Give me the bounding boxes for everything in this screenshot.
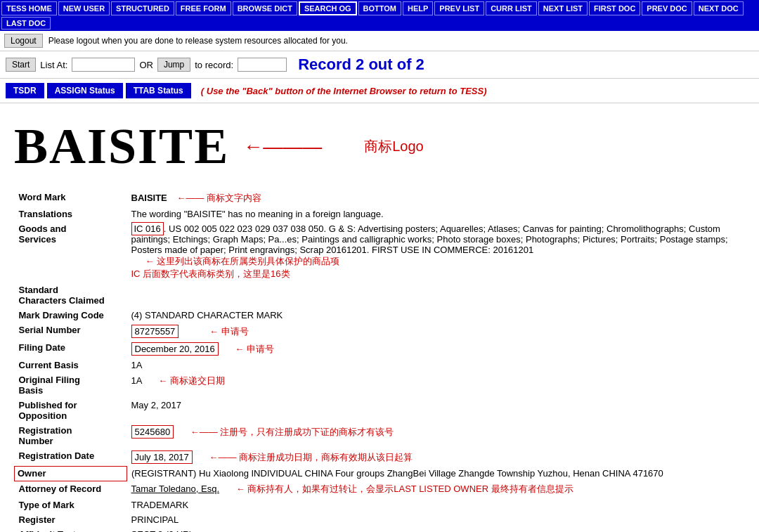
- table-row: Registration Date July 18, 2017 ←—— 商标注册…: [15, 448, 746, 466]
- last-doc-btn[interactable]: LAST DOC: [1, 17, 51, 30]
- field-label-register: Register: [15, 512, 127, 527]
- logout-button[interactable]: Logout: [4, 34, 43, 48]
- goods-annotation-2: IC 后面数字代表商标类别，这里是16类: [131, 268, 290, 279]
- field-value-goods-services: IC 016. US 002 005 022 023 029 037 038 0…: [127, 221, 746, 283]
- field-label-current-basis: Current Basis: [15, 358, 127, 372]
- ic-box: IC 016: [131, 222, 164, 235]
- table-row: Register PRINCIPAL: [15, 512, 746, 527]
- field-value-published: May 2, 2017: [127, 398, 746, 423]
- table-row: RegistrationNumber 5245680 ←—— 注册号，只有注册成…: [15, 423, 746, 448]
- table-row: Type of Mark TRADEMARK: [15, 498, 746, 512]
- logo-annotation: 商标Logo: [364, 137, 424, 156]
- field-label-standard-chars: StandardCharacters Claimed: [15, 283, 746, 308]
- field-value-type-mark: TRADEMARK: [127, 498, 746, 512]
- field-value-current-basis: 1A: [127, 358, 746, 372]
- attorney-annotation: ← 商标持有人，如果有过转让，会显示LAST LISTED OWNER 最终持有…: [236, 484, 573, 494]
- browse-dict-btn[interactable]: BROWSE DICT: [233, 1, 297, 15]
- tess-home-btn[interactable]: TESS Home: [1, 1, 57, 15]
- right-arrow-icon: ←———: [243, 136, 322, 158]
- word-mark-annotation: 商标文字内容: [207, 193, 261, 203]
- prev-doc-btn[interactable]: PREV DOC: [642, 1, 692, 15]
- search-og-btn[interactable]: SEARCH OG: [299, 1, 357, 15]
- field-label-drawing-code: Mark Drawing Code: [15, 308, 127, 323]
- field-label-goods-services: Goods andServices: [15, 221, 127, 283]
- field-value-translations: The wording "BAISITE" has no meaning in …: [127, 207, 746, 221]
- field-label-reg-date: Registration Date: [15, 448, 127, 466]
- field-value-serial: 87275557 ← 申请号: [127, 323, 746, 340]
- record-count: Record 2 out of 2: [298, 56, 424, 74]
- field-label-filing-date: Filing Date: [15, 340, 127, 358]
- field-label-word-mark: Word Mark: [15, 190, 127, 207]
- original-basis-annotation: ← 商标递交日期: [158, 375, 225, 386]
- ttab-status-button[interactable]: TTAB Status: [126, 83, 191, 98]
- table-row: Current Basis 1A: [15, 358, 746, 372]
- logout-message: Please logout when you are done to relea…: [48, 36, 348, 46]
- field-value-filing-date: December 20, 2016 ← 申请号: [127, 340, 746, 358]
- new-user-btn[interactable]: NEW USER: [58, 1, 110, 15]
- top-navigation: TESS Home NEW USER STRUCTURED FREE FORM …: [0, 0, 759, 31]
- field-label-affidavit: Affidavit Text: [15, 527, 127, 532]
- bottom-btn[interactable]: BOTTOM: [358, 1, 401, 15]
- logout-bar: Logout Please logout when you are done t…: [0, 31, 759, 51]
- filing-date-value: December 20, 2016: [131, 342, 219, 356]
- goods-annotation-1: ← 这里列出该商标在所属类别具体保护的商品项: [145, 255, 340, 268]
- list-at-label: List At:: [40, 60, 67, 70]
- table-row: Word Mark BAISITE ←—— 商标文字内容: [15, 190, 746, 207]
- curr-list-btn[interactable]: CURR LIST: [486, 1, 537, 15]
- attorney-value: Tamar Toledano, Esq.: [131, 484, 220, 494]
- table-row: Published forOpposition May 2, 2017: [15, 398, 746, 423]
- field-label-serial: Serial Number: [15, 323, 127, 340]
- assign-status-button[interactable]: ASSIGN Status: [47, 83, 123, 98]
- serial-annotation: ← 申请号: [209, 326, 249, 337]
- field-value-original-basis: 1A ← 商标递交日期: [127, 372, 746, 398]
- jump-button[interactable]: Jump: [157, 58, 190, 72]
- structured-btn[interactable]: STRUCTURED: [111, 1, 174, 15]
- prev-list-btn[interactable]: PREV LIST: [434, 1, 484, 15]
- help-btn[interactable]: HELP: [403, 1, 433, 15]
- reg-number-annotation: ←—— 注册号，只有注册成功下证的商标才有该号: [190, 427, 394, 437]
- table-row: Owner (REGISTRANT) Hu Xiaolong INDIVIDUA…: [15, 466, 746, 481]
- trademark-logo: BAISITE: [14, 117, 229, 176]
- field-value-reg-date: July 18, 2017 ←—— 商标注册成功日期，商标有效期从该日起算: [127, 448, 746, 466]
- field-label-translations: Translations: [15, 207, 127, 221]
- table-row: Original FilingBasis 1A ← 商标递交日期: [15, 372, 746, 398]
- main-content: BAISITE ←——— 商标Logo Word Mark BAISITE ←—…: [0, 103, 759, 532]
- list-jump-bar: Start List At: OR Jump to record: Record…: [0, 51, 759, 79]
- next-doc-btn[interactable]: NEXT DOC: [694, 1, 744, 15]
- reg-date-annotation: ←—— 商标注册成功日期，商标有效期从该日起算: [209, 452, 413, 462]
- field-label-reg-number: RegistrationNumber: [15, 423, 127, 448]
- table-row: Translations The wording "BAISITE" has n…: [15, 207, 746, 221]
- trademark-logo-area: BAISITE ←——— 商标Logo: [14, 117, 745, 176]
- table-row: Goods andServices IC 016. US 002 005 022…: [15, 221, 746, 283]
- field-value-attorney: Tamar Toledano, Esq. ← 商标持有人，如果有过转让，会显示L…: [127, 481, 746, 498]
- to-record-input[interactable]: [238, 58, 287, 72]
- first-doc-btn[interactable]: FIRST DOC: [589, 1, 640, 15]
- table-row: Serial Number 87275557 ← 申请号: [15, 323, 746, 340]
- field-label-attorney: Attorney of Record: [15, 481, 127, 498]
- field-label-original-basis: Original FilingBasis: [15, 372, 127, 398]
- start-button[interactable]: Start: [6, 58, 36, 72]
- registration-date-value: July 18, 2017: [131, 450, 193, 464]
- to-record-label: to record:: [195, 60, 233, 70]
- registration-number-value: 5245680: [131, 425, 174, 439]
- field-value-affidavit: SECT 8 (6-YR).: [127, 527, 746, 532]
- free-form-btn[interactable]: FREE FORM: [176, 1, 231, 15]
- tsdr-button[interactable]: TSDR: [6, 83, 44, 98]
- field-value-word-mark: BAISITE ←—— 商标文字内容: [127, 190, 746, 207]
- next-list-btn[interactable]: NEXT LIST: [538, 1, 588, 15]
- field-value-reg-number: 5245680 ←—— 注册号，只有注册成功下证的商标才有该号: [127, 423, 746, 448]
- filing-date-annotation: ← 申请号: [235, 344, 274, 354]
- or-label: OR: [139, 60, 153, 70]
- list-at-input[interactable]: [72, 58, 135, 72]
- table-row: Mark Drawing Code (4) STANDARD CHARACTER…: [15, 308, 746, 323]
- field-value-drawing-code: (4) STANDARD CHARACTER MARK: [127, 308, 746, 323]
- serial-number-value: 87275557: [131, 325, 179, 338]
- back-note: ( Use the "Back" button of the Internet …: [201, 86, 487, 96]
- table-row: Attorney of Record Tamar Toledano, Esq. …: [15, 481, 746, 498]
- trademark-data-table: Word Mark BAISITE ←—— 商标文字内容 Translation…: [14, 190, 745, 532]
- word-mark-arrow: ←——: [176, 193, 204, 203]
- field-label-type-mark: Type of Mark: [15, 498, 127, 512]
- status-bar: TSDR ASSIGN Status TTAB Status ( Use the…: [0, 79, 759, 103]
- field-value-register: PRINCIPAL: [127, 512, 746, 527]
- table-row: Filing Date December 20, 2016 ← 申请号: [15, 340, 746, 358]
